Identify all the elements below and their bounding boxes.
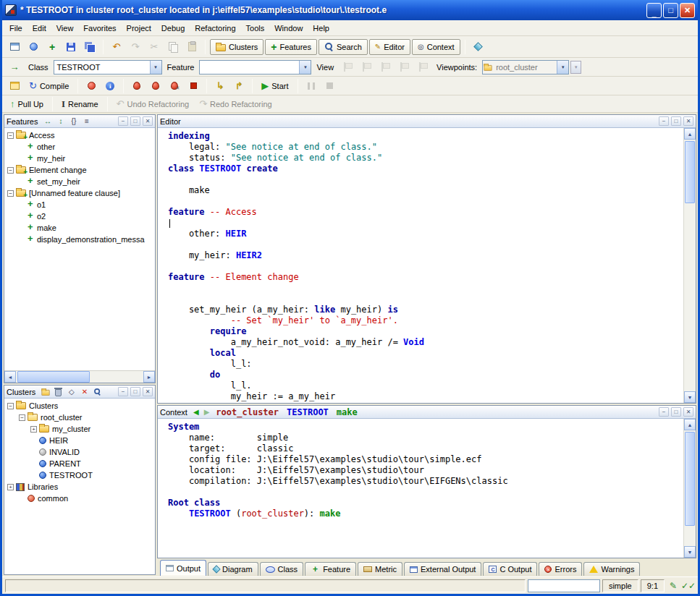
enable-breakpoints-button[interactable] [128, 78, 146, 94]
undo-refactoring-button[interactable]: ↶ Undo Refactoring [112, 96, 194, 112]
diagram-tool-button[interactable] [470, 39, 487, 55]
step-out-button[interactable]: ↱ [230, 78, 248, 94]
panel-maximize-button[interactable]: □ [130, 116, 140, 126]
remove-breakpoints-button[interactable] [166, 78, 183, 94]
minimize-button[interactable]: _ [646, 3, 662, 18]
context-vscrollbar[interactable]: ▲ ▼ [683, 419, 696, 558]
stop-points-button[interactable] [185, 78, 202, 94]
tree-expander-icon[interactable]: + [7, 484, 14, 490]
viewpoints-combo[interactable]: root_cluster ▼ [482, 60, 569, 74]
cluster-item-parent[interactable]: PARENT [4, 458, 155, 469]
panel-minimize-button[interactable]: − [118, 387, 128, 396]
tab-metric[interactable]: Metric [358, 562, 402, 576]
scroll-track[interactable] [16, 371, 143, 383]
system-info-button[interactable] [101, 78, 119, 94]
scroll-up-icon[interactable]: ▲ [684, 419, 696, 430]
start-button[interactable]: ▶ Start [257, 78, 292, 94]
context-toggle-button[interactable]: ◎ Context [412, 39, 460, 55]
remove-icon[interactable]: ✕ [79, 387, 90, 397]
scroll-track[interactable] [684, 430, 696, 546]
chevron-down-icon[interactable]: ▼ [557, 61, 568, 74]
menu-item-project[interactable]: Project [122, 22, 156, 35]
tab-external-output[interactable]: External Output [404, 562, 481, 576]
cluster-item-root-cluster[interactable]: −root_cluster [4, 412, 155, 423]
chevron-down-icon[interactable]: ▼ [299, 61, 311, 74]
scroll-left-icon[interactable]: ◄ [4, 371, 16, 383]
disable-breakpoints-button[interactable] [147, 78, 164, 94]
tab-feature[interactable]: Feature [305, 562, 356, 576]
save-all-button[interactable] [81, 39, 98, 55]
panel-close-button[interactable]: ✕ [683, 407, 693, 417]
chevron-down-icon[interactable]: ▼ [150, 61, 161, 74]
class-combo[interactable]: TESTROOT ▼ [54, 60, 162, 74]
close-button[interactable]: ✕ [680, 3, 695, 18]
menu-item-view[interactable]: View [51, 22, 79, 35]
view-contracts-button[interactable] [395, 59, 413, 75]
menu-item-help[interactable]: Help [308, 22, 334, 35]
status-input[interactable] [528, 579, 600, 592]
view-flat-button[interactable] [358, 59, 375, 75]
panel-minimize-button[interactable]: − [118, 116, 128, 126]
tab-output[interactable]: Output [160, 560, 206, 576]
cluster-item-libraries[interactable]: +Libraries [4, 481, 155, 493]
pause-button[interactable] [303, 78, 320, 94]
braces-icon[interactable]: {} [68, 116, 79, 127]
view-clients-button[interactable] [376, 59, 394, 75]
panel-maximize-button[interactable]: □ [671, 407, 681, 417]
cluster-item-heir[interactable]: HEIR [4, 435, 155, 446]
view-interface-button[interactable] [414, 59, 431, 75]
tab-warnings[interactable]: Warnings [583, 562, 640, 576]
scroll-thumb[interactable] [685, 141, 695, 203]
compile-button[interactable]: ↻ Compile [25, 78, 73, 94]
menu-item-window[interactable]: Window [269, 22, 308, 35]
delete-button[interactable] [53, 387, 64, 397]
scroll-up-icon[interactable]: ▲ [684, 128, 696, 140]
pull-up-button[interactable]: ↑ Pull Up [6, 96, 48, 112]
step-into-button[interactable]: ↳ [211, 78, 229, 94]
cluster-item-invalid[interactable]: INVALID [4, 446, 155, 458]
cluster-item-clusters[interactable]: −Clusters [4, 400, 155, 412]
cluster-item-common[interactable]: common [4, 493, 155, 504]
maximize-button[interactable]: □ [663, 3, 678, 18]
tab-diagram[interactable]: Diagram [208, 562, 258, 576]
tree-expander-icon[interactable]: − [7, 167, 14, 174]
feature-item-set-my-heir[interactable]: set_my_heir [4, 176, 155, 187]
scroll-thumb[interactable] [685, 432, 695, 526]
rename-button[interactable]: I Rename [57, 96, 103, 112]
breadcrumb-class[interactable]: TESTROOT [284, 407, 332, 417]
editor-toggle-button[interactable]: ✎ Editor [369, 39, 410, 55]
panel-maximize-button[interactable]: □ [671, 116, 681, 126]
send-to-tool-button[interactable] [6, 59, 23, 75]
features-hscrollbar[interactable]: ◄ ► [4, 370, 155, 383]
cluster-item-my-cluster[interactable]: +my_cluster [4, 423, 155, 435]
panel-close-button[interactable]: ✕ [143, 387, 153, 396]
stop-button[interactable] [321, 78, 339, 94]
features-sort-icon[interactable]: ↕ [55, 116, 66, 127]
menu-item-favorites[interactable]: Favorites [78, 22, 121, 35]
panel-close-button[interactable]: ✕ [683, 116, 693, 126]
new-cluster-button[interactable] [40, 387, 51, 397]
tab-errors[interactable]: Errors [539, 562, 582, 576]
melt-button[interactable] [83, 78, 100, 94]
panel-minimize-button[interactable]: − [659, 116, 669, 126]
feature-item-display-demonstration-messa[interactable]: display_demonstration_messa [4, 234, 155, 245]
tab-c-output[interactable]: C Output [483, 562, 537, 576]
scroll-thumb[interactable] [17, 371, 90, 383]
panel-minimize-button[interactable]: − [659, 407, 669, 417]
panel-maximize-button[interactable]: □ [130, 387, 140, 396]
viewpoints-extra-dropdown[interactable]: ▼ [570, 61, 581, 74]
list-icon[interactable]: ≡ [81, 116, 92, 127]
tree-expander-icon[interactable]: − [7, 132, 14, 139]
menu-item-tools[interactable]: Tools [241, 22, 270, 35]
cluster-item-testroot[interactable]: TESTROOT [4, 469, 155, 481]
undo-button[interactable]: ↶ [108, 39, 125, 55]
view-basic-button[interactable] [339, 59, 356, 75]
panel-close-button[interactable]: ✕ [143, 116, 153, 126]
history-forward-icon[interactable]: ▶ [203, 408, 211, 416]
editable-pencil-icon[interactable]: ✎ [667, 579, 680, 592]
open-button[interactable] [25, 39, 42, 55]
breadcrumb-feature[interactable]: make [334, 407, 360, 417]
new-window-button[interactable] [6, 39, 23, 55]
tree-expander-icon[interactable]: + [30, 426, 37, 433]
editor-code[interactable]: indexing legal: "See notice at end of cl… [158, 128, 683, 403]
